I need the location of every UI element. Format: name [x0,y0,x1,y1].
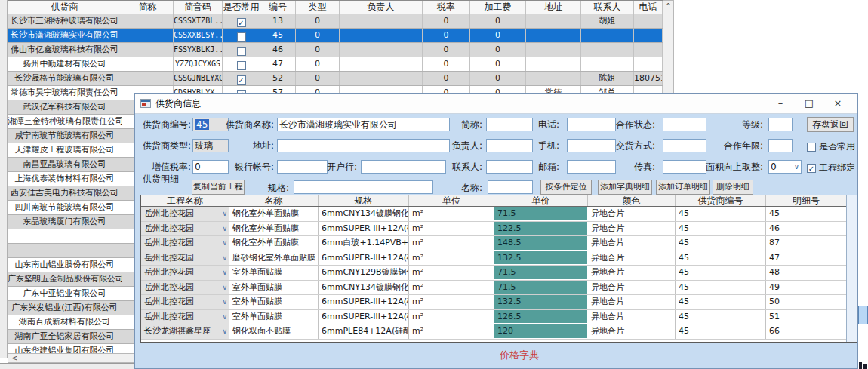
cell-color: 异地合片 [588,310,676,324]
column-header-unit[interactable]: 单位 [409,195,494,206]
column-header-code[interactable]: 简音码 [174,1,223,14]
chevron-down-icon[interactable]: ∨ [222,236,227,250]
supplier-row[interactable]: 长沙市潇湘玻璃实业有限公司CSSXXBLSY..45000 [8,29,663,43]
cell-supplier [8,229,122,243]
cell-unit: m² [409,310,494,324]
coop-years-input[interactable] [768,139,793,152]
chevron-down-icon[interactable]: ∨ [222,324,227,338]
column-header-manager[interactable]: 负责人 [340,1,423,14]
detail-row[interactable]: 岳州北控花园∨钢化室外单面贴膜6mm白玻+1.14PVB+6mm...m²148… [141,236,857,251]
cell-project[interactable]: 长沙龙湖祺鑫星座∨ [141,324,229,339]
chevron-down-icon[interactable]: ∨ [222,266,227,279]
cell-project[interactable]: 岳州北控花园∨ [141,251,229,266]
cell-unit: m² [409,207,494,221]
spec-filter-label: 规格: [256,181,289,195]
cell-name: 室外单面贴膜 [229,310,319,324]
cell-detail-id: 51 [766,310,847,324]
detail-row[interactable]: 长沙龙湖祺鑫星座∨钢化双面不贴膜6mmPLE84+12A(硅酮胶...m²120… [141,324,857,340]
chevron-down-icon: ∨ [794,161,799,173]
column-header-spec[interactable]: 规格 [319,195,409,206]
column-header-type[interactable]: 类型 [296,1,340,14]
common-use-checkbox[interactable] [807,143,816,152]
cell-tax: 0 [423,29,470,42]
cell-phone [634,43,663,57]
cell-abbr [122,14,174,28]
column-header-price[interactable]: 单价 [494,195,588,206]
cell-project[interactable]: 岳州北控花园∨ [141,281,229,295]
chevron-down-icon[interactable]: ∨ [222,310,227,324]
common-checkbox[interactable] [237,75,246,85]
column-header-detail-id[interactable]: 明细号 [766,195,847,206]
common-checkbox[interactable] [237,32,246,42]
cell-project[interactable]: 岳州北控花园∨ [141,222,229,236]
chevron-down-icon[interactable]: ∨ [222,295,227,309]
supplier-row[interactable]: 佛山市亿鑫玻璃科技有限公司FSSYXBLKJ..46000 [8,43,663,57]
detail-row[interactable]: 岳州北控花园∨室外单面贴膜6mmSUPER-III+12A(硅...m²132.… [141,295,857,310]
cell-project[interactable]: 岳州北控花园∨ [141,295,229,309]
column-header-addr[interactable]: 地址 [526,1,581,14]
supplier-row[interactable]: 长沙市三湘特种玻璃有限公司CSSSXTZBL..13000胡姐 [8,14,663,29]
save-return-button[interactable]: 存盘返回 [807,117,854,132]
cell-detail-id: 45 [766,207,847,221]
column-header-tax[interactable]: 税率 [423,1,470,14]
cell-spec: 6mmPLE84+12A(硅酮胶... [319,324,409,339]
common-checkbox[interactable] [237,61,246,70]
detail-row[interactable]: 岳州北控花园∨室外单面贴膜6mmCNY129B镀膜钢化m²71.5异地合片454… [141,266,857,281]
column-header-project[interactable]: 工程名称 [141,195,229,206]
spec-filter-input[interactable] [294,180,433,194]
name-filter-input[interactable] [488,180,533,194]
cell-project[interactable]: 岳州北控花园∨ [141,266,229,280]
column-header-color[interactable]: 颜色 [588,195,676,206]
column-header-id[interactable]: 编号 [260,1,296,14]
detail-row[interactable]: 岳州北控花园∨室外单面贴膜6mmCNY134镀膜钢化m²71.5异地合片4549 [141,281,857,296]
cell-supplier: 南昌亚晶玻璃有限公司 [8,158,122,171]
cell-project[interactable]: 岳州北控花园∨ [141,236,229,251]
cell-name: 磨砂钢化室外单面贴膜 [229,251,319,266]
project-bind-checkbox[interactable] [807,164,816,173]
background-text-fragment [859,360,868,369]
column-header-supplier[interactable]: 供货商 [8,1,122,14]
common-checkbox[interactable] [237,18,246,27]
chevron-down-icon[interactable]: ∨ [222,251,227,265]
scroll-left-icon[interactable]: < [11,354,17,362]
chevron-down-icon[interactable]: ∨ [222,281,227,294]
detail-row[interactable]: 岳州北控花园∨钢化室外单面贴膜6mmCNY134镀膜钢化m²71.5异地合片45… [141,207,857,222]
locate-by-condition-button[interactable]: 按条件定位 [540,180,592,195]
chevron-down-icon[interactable]: ∨ [222,222,227,235]
grade-input[interactable] [768,118,793,131]
cell-project[interactable]: 岳州北控花园∨ [141,207,229,221]
column-header-common[interactable]: 是否常用 [223,1,260,14]
supplier-row[interactable]: 扬州中勤建材有限公司YZZQJCYXGS47000 [8,57,663,72]
dialog-titlebar[interactable]: 供货商信息 – □ × [135,94,857,114]
column-header-name[interactable]: 名称 [229,195,319,206]
cell-supplier: 上海优泰装饰材料有限公司 [8,172,122,186]
column-header-fee[interactable]: 加工费 [470,1,526,14]
cell-detail-id: 46 [766,222,847,236]
close-button[interactable]: × [823,94,852,113]
abbr-label: 简称: [414,118,482,131]
detail-row[interactable]: 岳州北控花园∨磨砂钢化室外单面贴膜6mmSUPER-III+12A(硅...m²… [141,251,857,266]
column-header-phone[interactable]: 电话 [634,1,663,14]
area-roundup-select[interactable]: 0∨ [768,160,802,174]
column-header-contact[interactable]: 联系人 [581,1,634,14]
chevron-down-icon[interactable]: ∨ [222,207,227,220]
cell-spec: 6mmCNY134镀膜钢化 [319,281,409,295]
add-order-detail-button[interactable]: 添加订单明细 [656,180,710,195]
common-checkbox[interactable] [237,47,246,56]
column-header-abbr[interactable]: 简称 [122,1,174,14]
add-dict-detail-button[interactable]: 添加字典明细 [598,180,652,195]
detail-row[interactable]: 岳州北控花园∨室外单面贴膜6mmSUPER-III+12A(硅...m²126.… [141,310,857,325]
maximize-button[interactable]: □ [795,94,823,113]
minimize-button[interactable]: – [766,94,795,113]
column-header-supplier-id[interactable]: 供货商编号 [676,195,766,206]
detail-row[interactable]: 岳州北控花园∨钢化室外单面贴膜6mmSUPER-III+12A(硅...m²12… [141,222,857,237]
supplier-row[interactable]: 长沙晟格节能玻璃有限公司CSSGJNBLYXGS52000陈姐180751 [8,72,663,86]
scroll-up-icon[interactable]: ^ [665,2,671,11]
delete-detail-button[interactable]: 删除明细 [713,180,753,195]
supply-detail-table: 工程名称名称规格单位单价颜色供货商编号明细号岳州北控花园∨钢化室外单面贴膜6mm… [140,195,857,343]
bank-name-label: 开户行: [294,160,357,174]
detail-table-vscrollbar[interactable] [846,195,857,342]
copy-current-project-button[interactable]: 复制当前工程 [192,180,245,195]
cell-project[interactable]: 岳州北控花园∨ [141,310,229,324]
cell-supplier: 湘潭三金特种玻璃有限责任公司 [8,115,122,128]
